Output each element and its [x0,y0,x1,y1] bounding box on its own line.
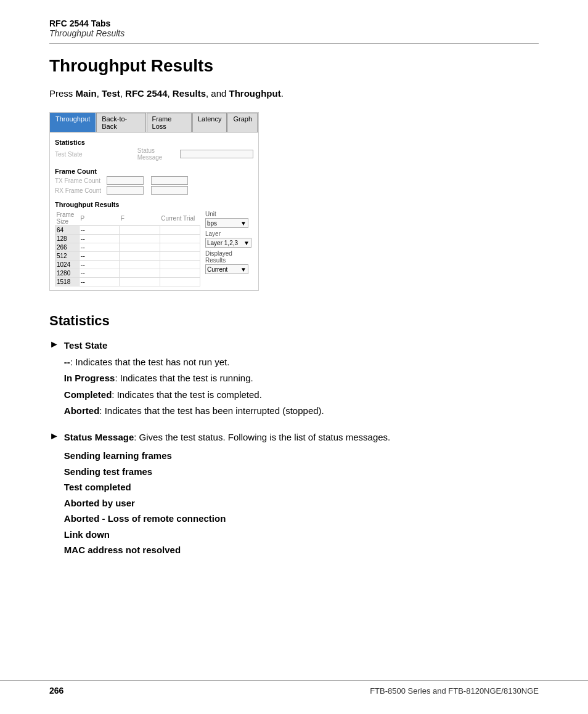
tab-bar: Throughput Back-to-Back Frame Loss Laten… [50,113,258,132]
cell-p: -- [80,261,120,269]
throughput-results-area: Frame Size P F Current Trial 64 -- 128 -… [55,209,253,286]
cell-p: -- [80,243,120,252]
table-row: 1518 -- [55,278,200,286]
status-message-intro: Status Message: Gives the test status. F… [64,431,539,445]
cell-current [160,278,200,286]
table-row: 1280 -- [55,269,200,278]
tab-back-to-back[interactable]: Back-to-Back [96,113,145,132]
screenshot-ui: Throughput Back-to-Back Frame Loss Laten… [49,112,259,291]
cell-f [120,252,160,261]
status-msg-6: Link down [64,527,539,543]
rx-label: RX Frame Count [55,187,104,194]
nav-rfc2544: RFC 2544 [125,88,167,99]
screenshot-content: Statistics Test State Status Message Fra… [50,132,258,290]
statistics-heading: Statistics [49,313,539,329]
page-title: Throughput Results [49,56,539,76]
cell-frame-size: 128 [55,235,80,243]
test-state-bullet: ► Test State --: Indicates that the test… [49,339,539,421]
test-state-completed: Completed: Indicates that the test is co… [64,388,539,402]
table-row: 64 -- [55,226,200,235]
tx-input-p[interactable] [107,176,144,185]
cell-p: -- [80,235,120,243]
cell-p: -- [80,269,120,278]
test-state-dash: --: Indicates that the test has not run … [64,355,539,370]
cell-current [160,269,200,278]
tab-throughput[interactable]: Throughput [50,113,96,132]
cell-current [160,261,200,269]
col-frame-size: Frame Size [55,211,80,226]
layer-select[interactable]: Layer 1,2,3 ▼ [205,238,251,248]
throughput-results-label: Throughput Results [55,201,253,208]
cell-p: -- [80,278,120,286]
cell-current [160,235,200,243]
cell-frame-size: 266 [55,243,80,252]
test-state-label: Test State [55,151,100,158]
cell-f [120,261,160,269]
doc-header: RFC 2544 Tabs Throughput Results [49,18,539,38]
unit-dropdown-arrow: ▼ [240,220,247,227]
footer-product-name: FTB-8500 Series and FTB-8120NGE/8130NGE [370,686,539,696]
rx-input-p[interactable] [107,186,144,195]
table-row: 1024 -- [55,261,200,269]
displayed-results-arrow: ▼ [240,266,247,273]
status-msg-4: Aborted by user [64,495,539,511]
displayed-results-control: Displayed Results Current ▼ [205,250,253,274]
unit-label-small: Unit [205,211,253,217]
tab-frame-loss[interactable]: Frame Loss [147,113,192,132]
status-messages-list: Sending learning frames Sending test fra… [64,448,539,558]
cell-f [120,235,160,243]
page-number: 266 [49,686,63,696]
status-message-input[interactable] [180,150,253,158]
tx-frame-count-row: TX Frame Count [55,176,253,185]
unit-control: Unit bps ▼ [205,211,253,228]
table-row: 266 -- [55,243,200,252]
throughput-table: Frame Size P F Current Trial 64 -- 128 -… [55,211,200,286]
displayed-results-value: Current [207,266,227,273]
cell-f [120,278,160,286]
page-footer: 266 FTB-8500 Series and FTB-8120NGE/8130… [0,680,588,696]
cell-f [120,269,160,278]
layer-control: Layer Layer 1,2,3 ▼ [205,230,253,248]
cell-f [120,243,160,252]
cell-frame-size: 512 [55,252,80,261]
unit-select[interactable]: bps ▼ [205,218,248,228]
unit-value: bps [207,220,217,227]
tx-input-f[interactable] [151,176,188,185]
rx-input-f[interactable] [151,186,188,195]
tx-label: TX Frame Count [55,177,104,184]
col-current-trial: Current Trial [160,211,200,226]
layer-label-small: Layer [205,230,253,237]
nav-results: Results [173,88,206,99]
statistics-section-label: Statistics [55,139,253,146]
rx-frame-count-row: RX Frame Count [55,186,253,195]
status-msg-2: Sending test frames [64,464,539,480]
nav-test: Test [102,88,120,99]
layer-dropdown-arrow: ▼ [243,240,250,246]
status-message-bullet: ► Status Message: Gives the test status.… [49,431,539,558]
test-state-in-progress: In Progress: Indicates that the test is … [64,371,539,386]
tab-graph[interactable]: Graph [227,113,258,132]
test-state-content: Test State --: Indicates that the test h… [64,339,539,421]
arrow-icon-1: ► [49,339,59,421]
col-p: P [80,211,120,226]
displayed-results-select[interactable]: Current ▼ [205,264,248,274]
doc-chapter-title: RFC 2544 Tabs [49,18,539,28]
nav-main: Main [76,88,97,99]
cell-frame-size: 64 [55,226,80,235]
cell-current [160,252,200,261]
status-message-content: Status Message: Gives the test status. F… [64,431,539,558]
cell-current [160,226,200,235]
nav-throughput: Throughput [229,88,281,99]
cell-frame-size: 1518 [55,278,80,286]
table-row: 512 -- [55,252,200,261]
status-msg-3: Test completed [64,479,539,495]
cell-frame-size: 1024 [55,261,80,269]
cell-frame-size: 1280 [55,269,80,278]
status-msg-5: Aborted - Loss of remote connection [64,511,539,527]
table-row: 128 -- [55,235,200,243]
test-state-aborted: Aborted: Indicates that the test has bee… [64,404,539,418]
cell-current [160,243,200,252]
test-state-row: Test State Status Message [55,147,253,161]
tab-latency[interactable]: Latency [192,113,227,132]
displayed-results-label-small: Displayed Results [205,250,253,264]
